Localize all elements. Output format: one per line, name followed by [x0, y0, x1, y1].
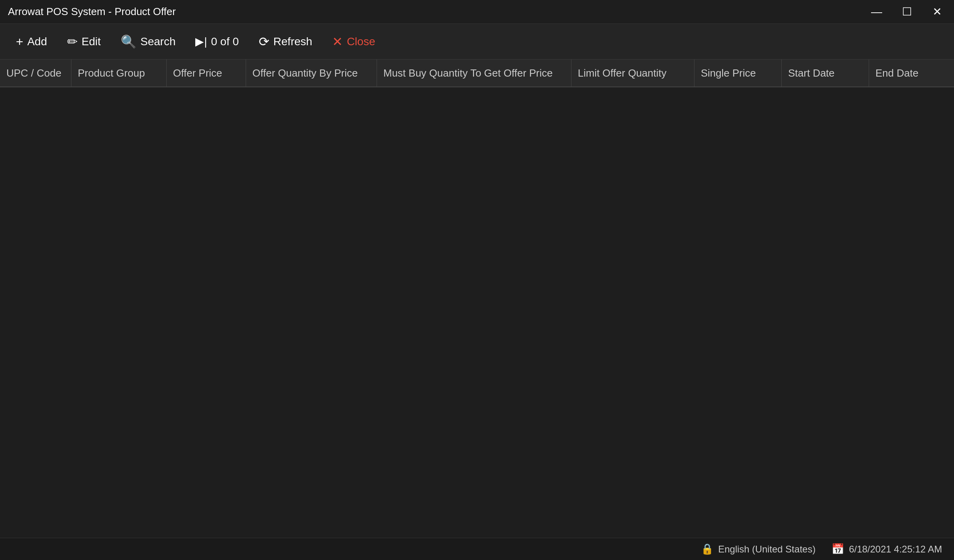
refresh-button[interactable]: ⟳ Refresh [251, 31, 320, 53]
status-bar: 🔒 English (United States) 📅 6/18/2021 4:… [0, 538, 954, 560]
add-icon: + [16, 35, 23, 48]
refresh-label: Refresh [273, 35, 312, 48]
col-header-limit-offer: Limit Offer Quantity [571, 60, 694, 87]
language-label: English (United States) [718, 544, 816, 555]
title-bar-controls: — ☐ ✕ [867, 3, 946, 21]
col-header-product-group: Product Group [71, 60, 167, 87]
datetime-status: 📅 6/18/2021 4:25:12 AM [831, 543, 942, 555]
app-title: Arrowat POS System - Product Offer [8, 6, 176, 18]
add-button[interactable]: + Add [8, 31, 55, 53]
close-button[interactable]: ✕ Close [324, 31, 383, 53]
search-label: Search [140, 35, 176, 48]
close-icon: ✕ [332, 35, 343, 48]
col-header-single-price: Single Price [694, 60, 782, 87]
table-body [0, 87, 954, 538]
edit-button[interactable]: ✏ Edit [59, 31, 109, 53]
network-icon: 🔒 [701, 543, 714, 555]
col-header-must-buy: Must Buy Quantity To Get Offer Price [377, 60, 571, 87]
edit-label: Edit [82, 35, 101, 48]
add-label: Add [27, 35, 47, 48]
calendar-icon: 📅 [831, 543, 844, 555]
col-header-upc: UPC / Code [0, 60, 71, 87]
col-header-offer-qty-by-price: Offer Quantity By Price [246, 60, 377, 87]
refresh-icon: ⟳ [259, 35, 269, 48]
edit-icon: ✏ [67, 35, 78, 48]
search-button[interactable]: 🔍 Search [113, 31, 184, 53]
col-header-offer-price: Offer Price [167, 60, 246, 87]
network-status: 🔒 English (United States) [701, 543, 816, 555]
col-header-end-date: End Date [869, 60, 954, 87]
record-indicator: ▶| 0 of 0 [187, 30, 246, 53]
record-nav-icon: ▶| [195, 35, 207, 48]
toolbar: + Add ✏ Edit 🔍 Search ▶| 0 of 0 ⟳ Refres… [0, 24, 954, 60]
close-label: Close [347, 35, 375, 48]
title-bar-left: Arrowat POS System - Product Offer [8, 6, 176, 18]
maximize-button[interactable]: ☐ [898, 3, 916, 21]
record-count: 0 of 0 [211, 35, 239, 48]
table-header: UPC / Code Product Group Offer Price Off… [0, 60, 954, 87]
col-header-start-date: Start Date [782, 60, 869, 87]
window-close-button[interactable]: ✕ [928, 3, 946, 21]
datetime-label: 6/18/2021 4:25:12 AM [849, 544, 942, 555]
search-icon: 🔍 [121, 35, 137, 48]
minimize-button[interactable]: — [867, 3, 886, 21]
title-bar: Arrowat POS System - Product Offer — ☐ ✕ [0, 0, 954, 24]
